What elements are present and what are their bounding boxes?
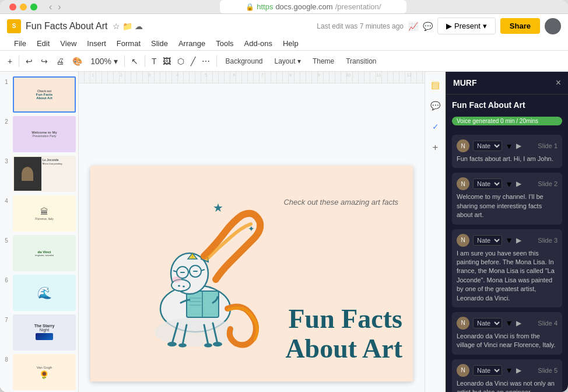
slide-text-3: I am sure you have seen this painting be… [457, 249, 558, 303]
slide-thumb-4[interactable]: 4 🏛 Florence, Italy [2, 195, 76, 232]
menu-edit[interactable]: Edit [32, 37, 54, 50]
slide-thumb-1[interactable]: 1 Check out Fun Facts About Art [2, 76, 76, 113]
voice-select-2[interactable]: Nate [473, 178, 502, 189]
slide-label-3: Slide 3 [538, 237, 558, 244]
undo-button[interactable]: ↩ [23, 55, 36, 68]
url-https: https [257, 2, 273, 11]
murf-close-button[interactable]: × [556, 78, 561, 88]
unicorn-illustration [102, 166, 289, 382]
menu-file[interactable]: File [9, 37, 31, 50]
play-button-5[interactable]: ▶ [516, 366, 521, 374]
menu-help[interactable]: Help [278, 37, 303, 50]
play-button-3[interactable]: ▶ [516, 236, 521, 244]
murf-content: Fun Fact About Art Voice generated 0 min… [446, 94, 568, 392]
add-panel-button[interactable]: + [427, 139, 444, 156]
slide-label-2: Slide 2 [538, 180, 558, 187]
last-edit-text: Last edit was 7 minutes ago [317, 22, 404, 30]
canvas-wrapper: ★ ✦ ✦ ✦ [79, 83, 425, 392]
present-button[interactable]: ▶ Present ▾ [437, 18, 496, 34]
svg-point-29 [172, 276, 181, 282]
line-button[interactable]: ╱ [188, 55, 198, 68]
check-icon-button[interactable]: ✓ [427, 118, 444, 135]
add-slide-button[interactable]: + [5, 55, 15, 68]
menu-view[interactable]: View [55, 37, 81, 50]
paint-format-button[interactable]: 🎨 [69, 55, 85, 68]
slide-text-1: Fun facts about art. Hi, I am John. [457, 155, 558, 163]
nav-buttons: ‹ › [47, 1, 64, 13]
svg-point-24 [178, 285, 180, 286]
menu-tools[interactable]: Tools [211, 37, 238, 50]
theme-button[interactable]: Theme [308, 55, 339, 67]
svg-point-9 [204, 343, 212, 347]
shapes-button[interactable]: ⬡ [174, 55, 187, 68]
print-button[interactable]: 🖨 [53, 55, 67, 68]
menu-slide[interactable]: Slide [146, 37, 173, 50]
transition-button[interactable]: Transition [341, 55, 381, 67]
menu-addons[interactable]: Add-ons [240, 37, 277, 50]
slide-panel: 1 Check out Fun Facts About Art 2 W [0, 72, 79, 392]
maximize-button[interactable] [30, 4, 37, 10]
svg-point-7 [213, 342, 222, 346]
murf-avatar-2: N [457, 177, 469, 190]
slide-thumb-3[interactable]: 3 La Joconde Mona Lisa painting [2, 156, 76, 192]
play-button-2[interactable]: ▶ [516, 180, 521, 188]
folder-icon[interactable]: 📁 [122, 22, 132, 31]
play-button-1[interactable]: ▶ [516, 142, 521, 150]
menu-arrange[interactable]: Arrange [174, 37, 210, 50]
voice-select-4[interactable]: Nate [473, 318, 502, 328]
slide-thumb-5[interactable]: 5 da Vinci engineer, scientist [2, 235, 76, 271]
text-button[interactable]: T [149, 55, 160, 68]
graph-icon[interactable]: 📈 [408, 22, 418, 31]
redo-button[interactable]: ↪ [38, 55, 51, 68]
main-area: 1 Check out Fun Facts About Art 2 W [0, 72, 568, 392]
murf-section-title: Fun Fact About Art [452, 100, 562, 110]
back-button[interactable]: ‹ [47, 1, 54, 13]
slide-text-2: Welcome to my channel. I'll be sharing s… [457, 192, 558, 219]
present-icon: ▶ [446, 22, 452, 30]
star-icon[interactable]: ☆ [113, 22, 120, 31]
insert-tools: T 🖼 ⬡ ╱ ⋯ [149, 55, 213, 68]
address-bar[interactable]: 🔒 https docs.google.com /presentation/ [68, 0, 559, 13]
murf-avatar-1: N [457, 139, 469, 152]
slides-icon-button[interactable]: ▤ [427, 76, 444, 93]
menu-insert[interactable]: Insert [82, 37, 111, 50]
voice-select-3[interactable]: Nate [473, 235, 502, 246]
cloud-icon[interactable]: ☁ [135, 22, 143, 31]
avatar[interactable] [545, 18, 561, 34]
slide-thumb-7[interactable]: 7 The Starry Night [2, 314, 76, 351]
svg-point-8 [178, 343, 187, 347]
forward-button[interactable]: › [55, 1, 63, 13]
lock-icon: 🔒 [246, 3, 254, 11]
more-tools-button[interactable]: ⋯ [199, 55, 213, 68]
menu-format[interactable]: Format [112, 37, 145, 50]
murf-avatar-3: N [457, 234, 469, 247]
slide-canvas[interactable]: ★ ✦ ✦ ✦ [90, 166, 413, 382]
minimize-button[interactable] [20, 4, 27, 10]
play-button-4[interactable]: ▶ [516, 319, 521, 327]
right-icons-panel: ▤ 💬 ✓ + [425, 72, 446, 392]
slide-label-1: Slide 1 [538, 142, 558, 149]
slide-thumb-2[interactable]: 2 Welcome to My Presentation Party [2, 116, 76, 152]
voice-select-1[interactable]: Nate [473, 141, 502, 151]
voice-badge: Voice generated 0 min / 20mins [452, 117, 562, 125]
slide-thumb-8[interactable]: 8 Van Gogh 🌻 [2, 354, 76, 390]
share-button[interactable]: Share [500, 18, 540, 34]
canvas-area: 123456789101112 ★ ✦ ✦ ✦ [79, 72, 425, 392]
chevron-down-icon: ▾ [483, 22, 487, 30]
slide-text-4: Leonardo da Vinci is from the village of… [457, 332, 558, 350]
murf-slide-item-5: N Nate ▾ ▶ Slide 5 Leonardo da Vinci was… [452, 359, 562, 392]
cursor-button[interactable]: ↖ [128, 55, 141, 68]
close-button[interactable] [9, 4, 16, 10]
background-button[interactable]: Background [220, 55, 267, 67]
title-bar: ‹ › 🔒 https docs.google.com /presentatio… [0, 0, 568, 14]
layout-button[interactable]: Layout ▾ [270, 55, 306, 67]
murf-title: MURF [453, 78, 476, 88]
comment-icon[interactable]: 💬 [423, 22, 433, 31]
slides-app: S Fun Facts About Art ☆ 📁 ☁ Last edit wa… [0, 14, 568, 392]
chat-icon-button[interactable]: 💬 [427, 97, 444, 114]
doc-title[interactable]: Fun Facts About Art [26, 21, 108, 32]
image-button[interactable]: 🖼 [160, 55, 174, 68]
slide-thumb-6[interactable]: 6 🌊 [2, 275, 76, 311]
zoom-button[interactable]: 100% ▾ [87, 55, 121, 68]
voice-select-5[interactable]: Nate [473, 365, 502, 376]
